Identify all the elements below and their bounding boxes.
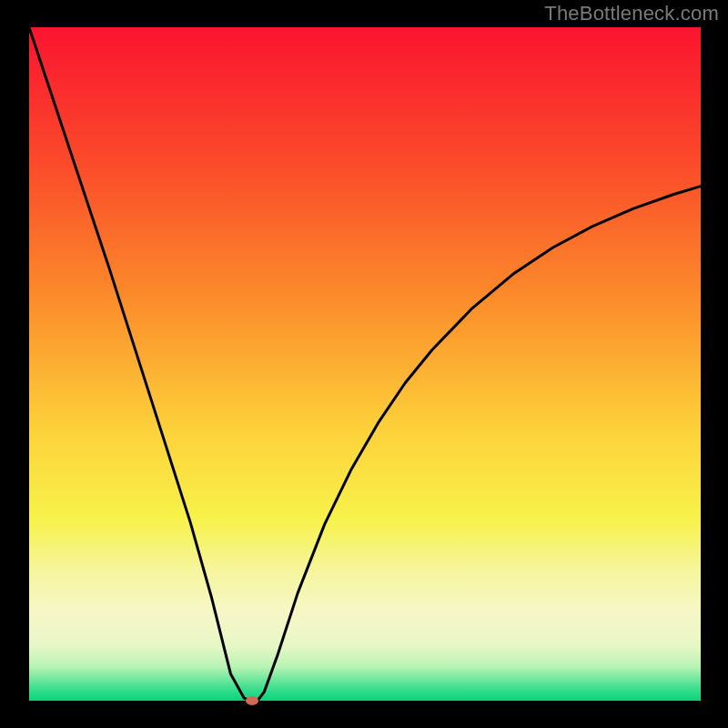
- chart-root: TheBottleneck.com: [0, 0, 728, 728]
- bottleneck-chart: [0, 0, 728, 728]
- chart-background-gradient: [29, 27, 701, 701]
- marker-minimum-point: [246, 696, 258, 705]
- attribution-label: TheBottleneck.com: [544, 2, 719, 25]
